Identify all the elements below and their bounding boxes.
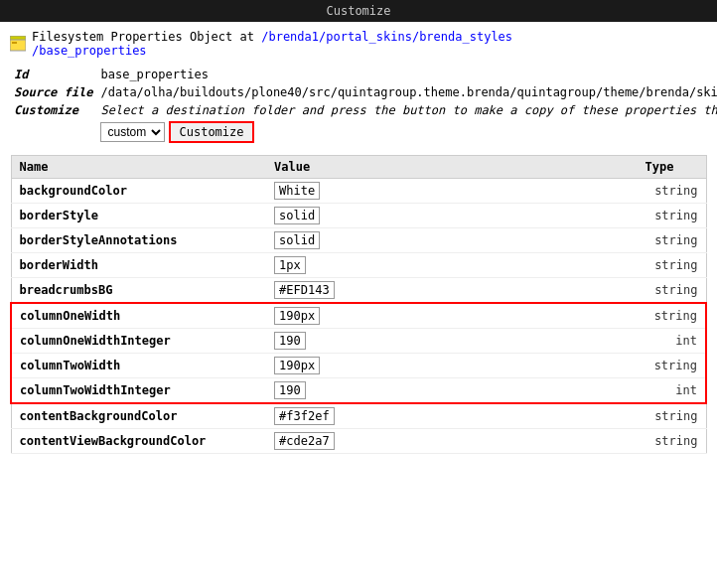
meta-customize-row: Customize Select a destination folder an… — [10, 101, 717, 145]
customize-controls: custom Customize — [100, 121, 717, 143]
cell-name: borderStyle — [11, 204, 266, 228]
cell-name: borderWidth — [11, 253, 266, 278]
cell-value: solid — [266, 204, 637, 228]
svg-rect-2 — [12, 42, 17, 44]
meta-customize-label: Customize — [10, 101, 96, 145]
table-row: breadcrumbsBG#EFD143string — [11, 278, 706, 304]
title-bar: Customize — [0, 0, 717, 22]
path-part1-link[interactable]: /brenda1 — [261, 30, 319, 44]
value-box: #f3f2ef — [274, 407, 335, 425]
svg-rect-1 — [10, 40, 26, 51]
meta-customize-content: Select a destination folder and press th… — [96, 101, 717, 145]
value-box: 190px — [274, 357, 320, 374]
value-box: #cde2a7 — [274, 432, 335, 450]
cell-type: string — [637, 253, 706, 278]
cell-value: solid — [266, 228, 637, 253]
cell-value: #f3f2ef — [266, 403, 637, 429]
path-part2-link[interactable]: /portal_skins — [319, 30, 412, 44]
table-row: contentViewBackgroundColor#cde2a7string — [11, 429, 706, 454]
destination-select[interactable]: custom — [100, 122, 165, 142]
cell-name: columnOneWidthInteger — [11, 329, 266, 354]
page-header: Filesystem Properties Object at /brenda1… — [10, 30, 707, 58]
value-box: solid — [274, 207, 320, 224]
cell-value: 1px — [266, 253, 637, 278]
cell-type: string — [637, 228, 706, 253]
meta-source-row: Source file /data/olha/buildouts/plone40… — [10, 83, 717, 101]
value-box: 1px — [274, 256, 306, 274]
fs-title: Filesystem Properties Object at /brenda1… — [32, 30, 512, 58]
cell-value: #cde2a7 — [266, 429, 637, 454]
table-row: borderStylesolidstring — [11, 204, 706, 228]
cell-value: 190 — [266, 329, 637, 354]
cell-name: columnTwoWidthInteger — [11, 378, 266, 404]
cell-type: string — [637, 179, 706, 204]
value-box: #EFD143 — [274, 281, 335, 299]
cell-type: string — [637, 429, 706, 454]
table-body: backgroundColorWhitestringborderStylesol… — [11, 179, 706, 454]
table-header: Name Value Type — [11, 156, 706, 179]
table-row: borderStyleAnnotationssolidstring — [11, 228, 706, 253]
table-row: columnOneWidthInteger190int — [11, 329, 706, 354]
title-label: Customize — [326, 4, 390, 18]
col-header-value: Value — [266, 156, 637, 179]
cell-type: int — [637, 329, 706, 354]
cell-value: #EFD143 — [266, 278, 637, 304]
table-row: columnTwoWidth190pxstring — [11, 354, 706, 378]
meta-table: Id base_properties Source file /data/olh… — [10, 66, 717, 145]
path-part3-link[interactable]: /brenda_styles — [412, 30, 512, 44]
meta-source-label: Source file — [10, 83, 96, 101]
col-header-name: Name — [11, 156, 266, 179]
value-box: White — [274, 182, 320, 200]
filesystem-icon — [10, 36, 26, 52]
cell-name: columnTwoWidth — [11, 354, 266, 378]
cell-type: string — [637, 354, 706, 378]
cell-value: 190px — [266, 354, 637, 378]
cell-name: contentViewBackgroundColor — [11, 429, 266, 454]
cell-value: 190 — [266, 378, 637, 404]
cell-type: string — [637, 278, 706, 304]
cell-value: White — [266, 179, 637, 204]
properties-table: Name Value Type backgroundColorWhitestri… — [10, 155, 707, 454]
table-row: borderWidth1pxstring — [11, 253, 706, 278]
table-row: backgroundColorWhitestring — [11, 179, 706, 204]
cell-name: columnOneWidth — [11, 303, 266, 329]
cell-type: int — [637, 378, 706, 404]
value-box: solid — [274, 231, 320, 249]
content-area: Filesystem Properties Object at /brenda1… — [0, 22, 717, 462]
col-header-type: Type — [637, 156, 706, 179]
value-box: 190 — [274, 332, 306, 350]
meta-id-value: base_properties — [96, 66, 717, 83]
cell-name: contentBackgroundColor — [11, 403, 266, 429]
cell-name: backgroundColor — [11, 179, 266, 204]
cell-type: string — [637, 204, 706, 228]
meta-source-value: /data/olha/buildouts/plone40/src/quintag… — [96, 83, 717, 101]
cell-name: borderStyleAnnotations — [11, 228, 266, 253]
cell-value: 190px — [266, 303, 637, 329]
table-row: columnOneWidth190pxstring — [11, 303, 706, 329]
meta-id-label: Id — [10, 66, 96, 83]
cell-name: breadcrumbsBG — [11, 278, 266, 304]
meta-id-row: Id base_properties — [10, 66, 717, 83]
table-row: contentBackgroundColor#f3f2efstring — [11, 403, 706, 429]
path-part4-link[interactable]: /base_properties — [32, 44, 147, 58]
cell-type: string — [637, 303, 706, 329]
table-header-row: Name Value Type — [11, 156, 706, 179]
cell-type: string — [637, 403, 706, 429]
customize-description: Select a destination folder and press th… — [100, 103, 717, 117]
table-row: columnTwoWidthInteger190int — [11, 378, 706, 404]
value-box: 190 — [274, 381, 306, 399]
customize-button[interactable]: Customize — [169, 121, 253, 143]
value-box: 190px — [274, 307, 320, 325]
